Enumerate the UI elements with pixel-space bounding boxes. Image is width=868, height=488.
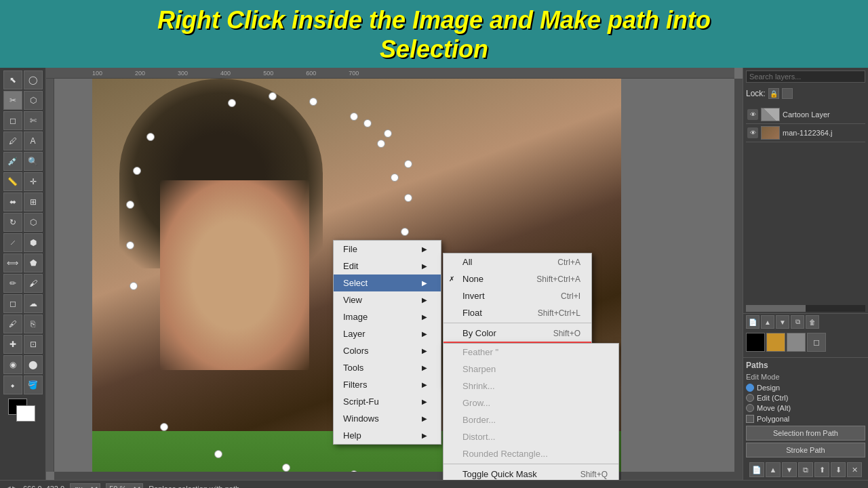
submenu-invert[interactable]: Invert Ctrl+I <box>443 287 591 304</box>
tool-align[interactable]: ⬌ <box>3 192 22 211</box>
move-layer-down-btn[interactable]: ▼ <box>776 315 789 329</box>
submenu2-shrink[interactable]: Shrink... <box>443 378 618 394</box>
menu-tools[interactable]: Tools ▶ <box>334 359 441 376</box>
tool-flip[interactable]: ⟺ <box>3 253 22 272</box>
tool-free-select[interactable]: ✂ <box>3 91 22 110</box>
layer-eye-cartoon[interactable]: 👁 <box>747 109 758 120</box>
swatch-special[interactable]: ◻ <box>807 333 826 352</box>
move-mode-row[interactable]: Move (Alt) <box>746 404 865 412</box>
background-color[interactable] <box>16 405 35 422</box>
context-menu[interactable]: File ▶ Edit ▶ Select ▶ View ▶ Image ▶ <box>333 240 441 445</box>
tool-smudge[interactable]: ⬥ <box>3 375 22 394</box>
horizontal-scrollbar[interactable] <box>54 472 743 480</box>
tool-fuzzy-select[interactable]: ⬡ <box>24 91 43 110</box>
vertical-scrollbar[interactable] <box>734 79 743 480</box>
submenu2-rounded-rect[interactable]: Rounded Rectangle... <box>443 445 618 462</box>
delete-layer-btn[interactable]: 🗑 <box>806 315 819 329</box>
submenu2-toggle-quick-mask[interactable]: Toggle Quick Mask Shift+Q <box>443 466 618 480</box>
tool-text[interactable]: A <box>24 131 43 150</box>
move-layer-up-btn[interactable]: ▲ <box>761 315 774 329</box>
submenu-float[interactable]: Float Shift+Ctrl+L <box>443 304 591 321</box>
edit-radio[interactable] <box>746 394 754 402</box>
new-path-btn[interactable]: 📄 <box>749 462 764 477</box>
tool-eraser[interactable]: ◻ <box>3 294 22 313</box>
tool-paths[interactable]: 🖊 <box>3 131 22 150</box>
tool-ellipse-select[interactable]: ◯ <box>24 70 43 89</box>
submenu-none[interactable]: ✗ None Shift+Ctrl+A <box>443 270 591 287</box>
layers-scroll[interactable] <box>746 305 865 312</box>
dup-path-btn[interactable]: ⧉ <box>798 462 813 477</box>
swatch-orange[interactable] <box>766 333 785 352</box>
menu-file[interactable]: File ▶ <box>334 241 441 258</box>
tool-perspective[interactable]: ⬢ <box>24 233 43 252</box>
layer-row-photo[interactable]: 👁 man-1122364.j <box>746 124 865 142</box>
submenu-by-color[interactable]: By Color Shift+O <box>443 325 591 342</box>
import-path-btn[interactable]: ⬆ <box>814 462 829 477</box>
duplicate-layer-btn[interactable]: ⧉ <box>791 315 804 329</box>
canvas-nav-prev[interactable]: ◀ ▶ <box>5 485 18 488</box>
layer-search-input[interactable] <box>746 70 865 83</box>
tool-zoom[interactable]: 🔍 <box>24 152 43 171</box>
tool-heal[interactable]: ✚ <box>3 335 22 354</box>
new-layer-btn[interactable]: 📄 <box>746 315 760 329</box>
tool-clone[interactable]: ⎘ <box>24 314 43 333</box>
tool-dodge[interactable]: ⬤ <box>24 355 43 374</box>
tool-pencil[interactable]: ✏ <box>3 274 22 293</box>
del-path-btn[interactable]: ✕ <box>847 462 862 477</box>
tool-airbrush[interactable]: ☁ <box>24 294 43 313</box>
lower-path-btn[interactable]: ▼ <box>782 462 797 477</box>
tool-perspective-clone[interactable]: ⊡ <box>24 335 43 354</box>
tool-bucket-fill[interactable]: 🪣 <box>24 375 43 394</box>
tool-crop[interactable]: ⊞ <box>24 192 43 211</box>
menu-windows[interactable]: Windows ▶ <box>334 410 441 427</box>
stroke-path-btn[interactable]: Stroke Path <box>746 443 865 458</box>
selection-from-path-btn[interactable]: Selection from Path <box>746 426 865 441</box>
edit-mode-row[interactable]: Edit (Ctrl) <box>746 394 865 402</box>
submenu2-sharpen[interactable]: Sharpen <box>443 361 618 378</box>
menu-filters[interactable]: Filters ▶ <box>334 376 441 393</box>
tool-color-select[interactable]: ◻ <box>3 111 22 130</box>
tool-cage[interactable]: ⬟ <box>24 253 43 272</box>
image-canvas[interactable]: File ▶ Edit ▶ Select ▶ View ▶ Image ▶ <box>92 79 621 480</box>
menu-scriptfu[interactable]: Script-Fu ▶ <box>334 393 441 410</box>
submenu2-grow[interactable]: Grow... <box>443 394 618 411</box>
move-radio[interactable] <box>746 404 754 412</box>
swatch-gray[interactable] <box>787 333 806 352</box>
tool-shear[interactable]: ⟋ <box>3 233 22 252</box>
zoom-select[interactable]: 50 % 100 % 25 % <box>106 483 143 488</box>
menu-select[interactable]: Select ▶ <box>334 274 441 291</box>
tool-blur[interactable]: ◉ <box>3 355 22 374</box>
layer-eye-photo[interactable]: 👁 <box>747 127 758 138</box>
menu-view[interactable]: View ▶ <box>334 291 441 308</box>
design-radio[interactable] <box>746 384 754 392</box>
lock-icon[interactable]: 🔒 <box>768 88 779 99</box>
export-path-btn[interactable]: ⬇ <box>831 462 846 477</box>
menu-edit[interactable]: Edit ▶ <box>334 258 441 274</box>
submenu2-border[interactable]: Border... <box>443 411 618 428</box>
swatch-black[interactable] <box>746 333 765 352</box>
unit-select[interactable]: px in mm <box>70 483 100 488</box>
menu-image[interactable]: Image ▶ <box>334 308 441 325</box>
tool-rectangle-select[interactable]: ⬉ <box>3 70 22 89</box>
tool-color-picker[interactable]: 💉 <box>3 152 22 171</box>
tool-measure[interactable]: 📏 <box>3 172 22 191</box>
raise-path-btn[interactable]: ▲ <box>766 462 781 477</box>
tool-move[interactable]: ✛ <box>24 172 43 191</box>
submenu2-feather[interactable]: Feather " <box>443 344 618 361</box>
layer-row-cartoon[interactable]: 👁 Cartoon Layer <box>746 106 865 124</box>
menu-layer[interactable]: Layer ▶ <box>334 325 441 342</box>
menu-help[interactable]: Help ▶ <box>334 427 441 444</box>
select-submenu2[interactable]: Feather " Sharpen Shrink... Grow... Bord… <box>443 343 619 480</box>
tool-ink[interactable]: 🖋 <box>3 314 22 333</box>
polygonal-checkbox[interactable] <box>746 415 754 423</box>
menu-colors[interactable]: Colors ▶ <box>334 342 441 359</box>
tool-paintbrush[interactable]: 🖌 <box>24 274 43 293</box>
polygonal-row[interactable]: Polygonal <box>746 415 865 423</box>
design-mode-row[interactable]: Design <box>746 384 865 392</box>
tool-scale[interactable]: ⬡ <box>24 213 43 232</box>
tool-scissors[interactable]: ✄ <box>24 111 43 130</box>
chain-icon[interactable] <box>782 88 793 99</box>
submenu-all[interactable]: All Ctrl+A <box>443 253 591 270</box>
tool-rotate[interactable]: ↻ <box>3 213 22 232</box>
submenu2-distort[interactable]: Distort... <box>443 428 618 445</box>
